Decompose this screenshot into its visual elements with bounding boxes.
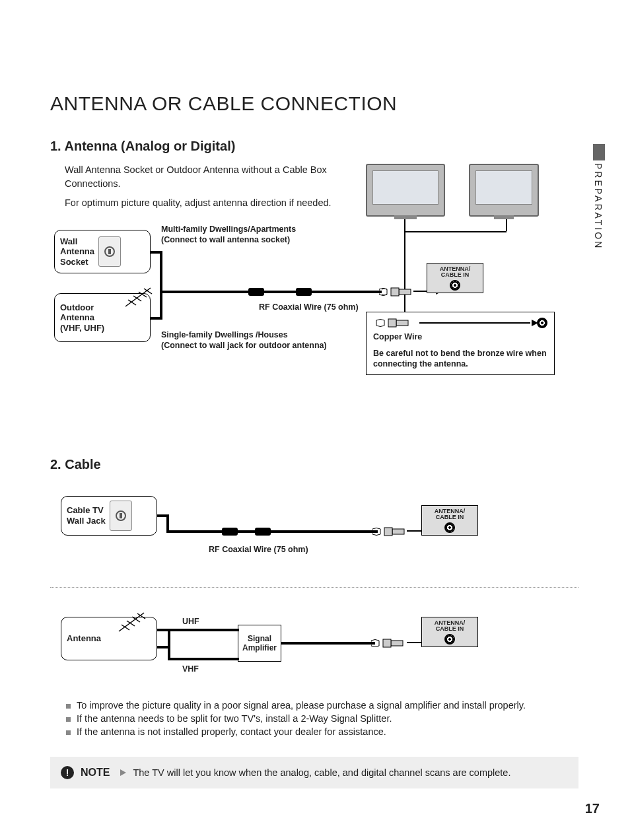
coax-port-icon: [444, 634, 455, 645]
amplifier-box: Signal Amplifier: [238, 625, 281, 662]
tv-illustration-right-icon: [469, 164, 539, 217]
vhf-label: VHF: [182, 664, 199, 675]
section1-intro2: For optimum picture quality, adjust ante…: [65, 196, 368, 210]
port-label-2: ANTENNA/ CABLE IN: [435, 508, 466, 520]
ferrite-icon: [248, 288, 264, 296]
ferrite-icon: [296, 288, 312, 296]
rf-connector-icon: [379, 287, 412, 297]
bullet-item: To improve the picture quality in a poor…: [66, 700, 578, 711]
coax-port-icon: [444, 522, 455, 533]
note-arrow-icon: [120, 769, 126, 776]
rf-connector-icon: [372, 527, 405, 536]
cable-line: [168, 629, 170, 660]
bullet-item: If the antenna is not installed properly…: [66, 726, 578, 737]
svg-line-2: [133, 296, 141, 301]
ferrite-icon: [255, 528, 271, 536]
page-title: ANTENNA OR CABLE CONNECTION: [50, 92, 578, 115]
outdoor-antenna-label: Outdoor Antenna (VHF, UHF): [60, 302, 104, 333]
copper-wire-callout: Copper Wire Be careful not to bend the b…: [366, 312, 555, 375]
copper-wire-label: Copper Wire: [373, 332, 547, 343]
rf-connector-icon: [371, 639, 404, 648]
page-content: ANTENNA OR CABLE CONNECTION 1. Antenna (…: [50, 92, 578, 788]
note-label: NOTE: [81, 767, 110, 779]
multi-label: Multi-family Dwellings/Apartments (Conne…: [161, 225, 296, 245]
cable-jack-box: Cable TV Wall Jack: [61, 496, 157, 536]
single-label: Single-family Dwellings /Houses (Connect…: [161, 330, 327, 351]
amplifier-label: Signal Amplifier: [242, 634, 277, 653]
svg-rect-8: [388, 319, 396, 327]
wire-line: [404, 219, 405, 322]
diagram-antenna: Wall Antenna Socket Outdoor Antenna (VHF…: [50, 219, 578, 450]
cable-line: [166, 530, 378, 533]
cable-line: [168, 629, 239, 631]
svg-rect-7: [396, 320, 408, 326]
cable-line: [168, 658, 239, 660]
note-bar: ! NOTE The TV will let you know when the…: [50, 757, 578, 788]
copper-warn: Be careful not to bend the bronze wire w…: [373, 348, 547, 370]
cable-line: [160, 291, 162, 320]
diagram-cable: Cable TV Wall Jack RF Coaxial Wire (75 o…: [50, 481, 578, 574]
section2: 2. Cable Cable TV Wall Jack RF Coaxial W…: [50, 457, 578, 788]
coax-port-icon: [450, 280, 460, 291]
cable-line: [281, 642, 375, 645]
bullet-list: To improve the picture quality in a poor…: [66, 700, 578, 737]
wire-line: [506, 219, 507, 231]
ferrite-icon: [222, 528, 238, 536]
antenna-port-box-3: ANTENNA/ CABLE IN: [421, 617, 478, 647]
antenna-box-label: Antenna: [67, 633, 101, 644]
svg-rect-17: [383, 639, 391, 647]
svg-line-13: [127, 621, 135, 626]
svg-rect-6: [391, 288, 399, 296]
cable-line: [166, 514, 169, 532]
note-text: The TV will let you know when the analog…: [133, 767, 510, 778]
tv-illustration-left-icon: [366, 164, 445, 217]
antenna-port-box: ANTENNA/ CABLE IN: [427, 263, 483, 293]
port-label-3: ANTENNA/ CABLE IN: [435, 620, 466, 632]
side-tab-marker: [593, 144, 605, 160]
rf-label: RF Coaxial Wire (75 ohm): [259, 302, 359, 313]
section2-heading: 2. Cable: [50, 457, 578, 472]
wall-socket-box: Wall Antenna Socket: [54, 230, 151, 273]
svg-rect-5: [399, 289, 411, 295]
outdoor-antenna-icon: [119, 283, 161, 309]
rf-label-2: RF Coaxial Wire (75 ohm): [209, 545, 308, 555]
section1-intro1: Wall Antenna Socket or Outdoor Antenna w…: [65, 163, 368, 191]
wire-line: [404, 231, 507, 232]
wall-socket-icon: [98, 236, 121, 267]
cable-jack-icon: [110, 501, 132, 531]
svg-line-1: [128, 300, 136, 305]
antenna-port-box-2: ANTENNA/ CABLE IN: [421, 505, 478, 536]
side-tab-label: PREPARATION: [593, 163, 604, 250]
diagram-amplifier: Antenna UHF VHF Signal Amplifier: [50, 608, 578, 693]
cable-line: [160, 251, 162, 292]
uhf-label: UHF: [182, 617, 199, 627]
side-tab: PREPARATION: [578, 144, 605, 250]
cable-line: [157, 646, 170, 648]
arrow-line: [419, 322, 530, 324]
svg-rect-16: [391, 641, 403, 646]
antenna-icon: [112, 608, 155, 634]
cable-line: [160, 291, 382, 293]
page-number: 17: [585, 801, 600, 816]
rf-connector-icon: [373, 318, 413, 328]
coax-port-icon: [537, 318, 547, 328]
port-label: ANTENNA/ CABLE IN: [440, 266, 471, 278]
dotted-divider: [50, 587, 578, 588]
wall-socket-label: Wall Antenna Socket: [60, 236, 94, 267]
bullet-item: If the antenna needs to be split for two…: [66, 713, 578, 724]
svg-rect-10: [384, 528, 392, 536]
section1-heading: 1. Antenna (Analog or Digital): [50, 139, 578, 154]
cable-jack-label: Cable TV Wall Jack: [67, 505, 106, 526]
svg-rect-9: [392, 529, 404, 534]
note-icon: !: [61, 766, 74, 779]
svg-line-12: [122, 625, 129, 630]
